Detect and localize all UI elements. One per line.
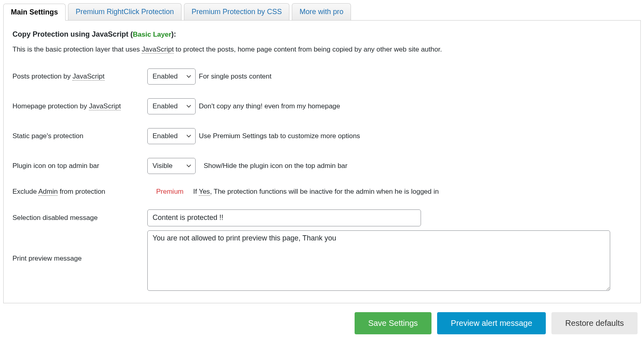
label-exclude-admin: Exclude Admin from protection xyxy=(12,188,147,196)
label-static-protection: Static page's protection xyxy=(12,132,147,140)
desc-js: JavaScript xyxy=(142,46,173,54)
chevron-down-icon xyxy=(186,164,191,168)
row-posts-protection: Posts protection by JavaScript Enabled F… xyxy=(12,68,632,85)
row-selection-message: Selection disabled message xyxy=(12,209,632,226)
desc-part2: to protect the posts, home page content … xyxy=(174,46,442,53)
textarea-print-message[interactable] xyxy=(147,230,610,291)
chevron-down-icon xyxy=(186,134,191,139)
chevron-down-icon xyxy=(186,104,191,109)
label-plugin-icon: Plugin icon on top admin bar xyxy=(12,162,147,170)
tab-more-pro[interactable]: More with pro xyxy=(292,3,351,20)
row-print-message: Print preview message xyxy=(12,230,632,291)
select-posts-protection[interactable]: Enabled xyxy=(147,68,196,85)
label-selection-message: Selection disabled message xyxy=(12,214,147,222)
desc-part1: This is the basic protection layer that … xyxy=(12,46,142,53)
section-heading: Copy Protection using JavaScript (Basic … xyxy=(12,30,632,39)
desc-plugin-icon: Show/Hide the plugin icon on the top adm… xyxy=(204,162,347,170)
preview-button[interactable]: Preview alert message xyxy=(437,312,546,334)
heading-layer: Basic Layer xyxy=(133,31,171,38)
tab-content: Copy Protection using JavaScript (Basic … xyxy=(3,21,641,303)
select-static-value: Enabled xyxy=(153,132,178,140)
row-plugin-icon: Plugin icon on top admin bar Visible Sho… xyxy=(12,158,632,174)
select-homepage-protection[interactable]: Enabled xyxy=(147,98,196,114)
save-button[interactable]: Save Settings xyxy=(355,312,431,334)
label-print-message: Print preview message xyxy=(12,230,147,263)
tab-premium-rightclick[interactable]: Premium RightClick Protection xyxy=(68,3,182,20)
desc-static-protection: Use Premium Settings tab to customize mo… xyxy=(199,132,360,140)
label-homepage-protection: Homepage protection by JavaScript xyxy=(12,102,147,110)
premium-tag: Premium xyxy=(156,188,184,196)
restore-button[interactable]: Restore defaults xyxy=(551,312,638,334)
section-description: This is the basic protection layer that … xyxy=(12,44,632,55)
action-buttons: Save Settings Preview alert message Rest… xyxy=(3,312,641,334)
tabs-nav: Main Settings Premium RightClick Protect… xyxy=(3,3,641,21)
select-icon-value: Visible xyxy=(153,162,173,170)
desc-posts-protection: For single posts content xyxy=(199,73,271,81)
tab-premium-css[interactable]: Premium Protection by CSS xyxy=(184,3,289,20)
row-static-protection: Static page's protection Enabled Use Pre… xyxy=(12,128,632,144)
heading-suffix: ): xyxy=(171,30,176,38)
select-homepage-value: Enabled xyxy=(153,102,178,110)
select-posts-value: Enabled xyxy=(153,73,178,81)
heading-prefix: Copy Protection using JavaScript ( xyxy=(12,30,133,38)
select-static-protection[interactable]: Enabled xyxy=(147,128,196,144)
desc-homepage-protection: Don't copy any thing! even from my homep… xyxy=(199,102,340,110)
tab-main-settings[interactable]: Main Settings xyxy=(3,4,66,21)
row-homepage-protection: Homepage protection by JavaScript Enable… xyxy=(12,98,632,114)
select-plugin-icon[interactable]: Visible xyxy=(147,158,196,174)
input-selection-message[interactable] xyxy=(147,209,421,226)
desc-exclude-admin: If Yes, The protection functions will be… xyxy=(193,188,439,196)
label-posts-protection: Posts protection by JavaScript xyxy=(12,73,147,81)
row-exclude-admin: Exclude Admin from protection Premium If… xyxy=(12,188,632,196)
chevron-down-icon xyxy=(186,74,191,79)
